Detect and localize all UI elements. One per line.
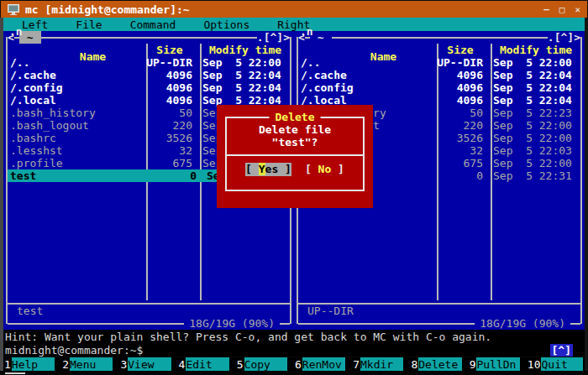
disk-usage: 18G/19G (90%) [184,317,280,330]
file-size: 50 [433,107,487,119]
minimize-icon[interactable]: – [543,5,549,14]
file-mtime: Sep 5 22:00 [487,132,585,144]
dialog-separator [227,154,363,156]
fnkey-edit[interactable]: 4Edit [178,357,236,371]
delete-dialog-frame: Delete Delete file"test"? [ Yes ][ No ] [225,117,365,191]
no-button[interactable]: [ No ] [305,163,344,176]
dialog-title: Delete [270,111,321,123]
button-hotkey: Y [259,163,265,175]
window-bottom-edge [0,371,588,375]
file-name: /.. [3,56,143,69]
function-key-bar: 1Help2Menu3View4Edit5Copy6RenMov7Mkdir8D… [3,357,585,371]
column-header-mtime[interactable]: Modify time [197,44,294,56]
panel-header-row: .n Name Size Modify time [3,44,294,56]
column-header-mtime[interactable]: Modify time [487,44,585,56]
fnkey-label: Mkdir [360,357,403,371]
file-size: 4096 [143,94,197,107]
file-row[interactable]: /..UP--DIRSep 5 22:00 [3,56,294,69]
title-bar[interactable]: mc [midnight@commander]:~ – □ ✕ [1,1,587,18]
file-mtime: Sep 5 22:31 [487,169,585,182]
file-name: .lesshst [3,144,143,157]
fnkey-mkdir[interactable]: 7Mkdir [352,357,410,371]
fnkey-label: PullDn [476,357,519,371]
file-mtime: Sep 5 22:23 [487,107,585,119]
file-mtime: Sep 5 22:00 [487,56,585,69]
file-mtime: Sep 5 22:00 [487,119,585,132]
file-size: UP--DIR [143,56,197,69]
terminal-monitor-icon [8,4,19,15]
window-title: mc [midnight@commander]:~ [25,3,190,16]
fnkey-number: 8 [410,357,418,371]
button-bracket: ] [278,163,291,175]
file-size: 32 [143,144,197,157]
fnkey-label: Copy [244,357,287,371]
fnkey-renmov[interactable]: 6RenMov [294,357,352,371]
file-mtime: Sep 5 22:04 [487,81,585,94]
button-hotkey: N [318,163,325,175]
fnkey-number: 2 [61,357,70,371]
fnkey-number: 10 [527,357,542,371]
column-header-size[interactable]: Size [433,44,487,56]
fnkey-number: 6 [294,357,302,371]
button-label: Yes [259,163,278,175]
dialog-message: Delete file"test"? [227,123,363,148]
fnkey-delete[interactable]: 8Delete [410,357,468,371]
fnkey-label: Menu [70,357,113,371]
sort-marker[interactable]: .n [300,25,313,38]
panel-updir-control[interactable]: .[^] [257,31,283,44]
close-icon[interactable]: ✕ [575,5,580,14]
resize-grip[interactable] [5,372,25,374]
file-row[interactable]: /..UP--DIRSep 5 22:00 [294,56,585,69]
file-size: 220 [143,119,197,132]
scroll-up-indicator[interactable]: [^] [550,344,573,357]
dialog-message-line: "test"? [227,136,363,148]
fnkey-quit[interactable]: 10Quit [527,357,585,371]
file-row[interactable]: /.config4096Sep 5 22:04 [294,81,585,94]
command-line[interactable]: midnight@commander:~$ [^] [3,343,585,357]
file-mtime: Sep 5 22:03 [487,144,585,157]
file-row[interactable]: /.cache4096Sep 5 22:04 [294,69,585,81]
fnkey-number: 5 [236,357,244,371]
menu-item-options[interactable]: Options [203,18,249,31]
file-size: 50 [143,107,197,119]
file-size: 3526 [143,132,197,144]
fnkey-pulldn[interactable]: 9PullDn [469,357,527,371]
fnkey-menu[interactable]: 2Menu [61,357,119,371]
file-name: /.config [294,81,433,94]
terminal-window: mc [midnight@commander]:~ – □ ✕ LeftFile… [0,0,588,375]
file-size: UP--DIR [433,56,487,69]
file-mtime: Sep 5 22:04 [197,69,294,81]
panel-right-arrow[interactable]: > [283,31,290,44]
file-name: /.config [3,81,143,94]
fnkey-label: RenMov [302,357,345,371]
file-size: 32 [433,144,487,157]
panel-bottom-border: 18G/19G (90%) [294,317,585,330]
fnkey-number: 9 [469,357,477,371]
file-name: /.. [294,56,433,69]
panel-updir-control[interactable]: .[^] [548,31,574,44]
file-name: /.cache [294,69,433,81]
column-header-size[interactable]: Size [143,44,197,56]
button-bracket: ] [331,163,344,175]
window-controls: – □ ✕ [543,5,580,14]
fnkey-view[interactable]: 3View [119,357,177,371]
button-bracket: [ [245,163,259,175]
delete-dialog: Delete Delete file"test"? [ Yes ][ No ] [217,105,373,208]
file-row[interactable]: /.config4096Sep 5 22:04 [3,81,294,94]
panel-right-arrow[interactable]: > [574,31,580,44]
disk-usage: 18G/19G (90%) [475,317,570,330]
fnkey-label: Quit [541,357,583,371]
yes-button[interactable]: [ Yes ] [245,163,291,176]
file-size: 4096 [143,81,197,94]
button-label: No [318,163,332,175]
sort-marker[interactable]: .n [9,25,23,38]
fnkey-copy[interactable]: 5Copy [236,357,294,371]
file-size: 675 [143,157,197,169]
maximize-icon[interactable]: □ [559,5,565,14]
file-row[interactable]: /.cache4096Sep 5 22:04 [3,69,294,81]
fnkey-help[interactable]: 1Help [3,357,61,371]
panel-header-row: .n Name Size Modify time [294,44,585,56]
dialog-buttons: [ Yes ][ No ] [227,163,363,176]
file-name: /.cache [3,69,143,81]
file-size: 4096 [143,69,197,81]
